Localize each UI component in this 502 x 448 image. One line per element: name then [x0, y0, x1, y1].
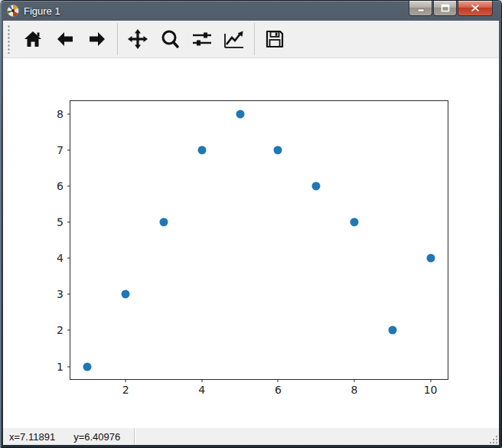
back-button[interactable] [49, 23, 81, 55]
floppy-disk-icon [265, 29, 285, 49]
line-chart-icon [223, 29, 245, 49]
toolbar-grip-handle[interactable] [7, 25, 11, 54]
minimize-icon [416, 5, 425, 12]
x-tick-mark [126, 379, 126, 382]
forward-button[interactable] [81, 23, 113, 55]
cursor-y-value: y=6.40976 [73, 431, 120, 443]
scatter-point [388, 326, 396, 335]
scatter-point [426, 254, 435, 263]
x-tick-label: 2 [122, 384, 129, 395]
y-tick-label: 8 [57, 109, 64, 119]
close-icon [471, 4, 480, 12]
back-arrow-icon [55, 29, 75, 49]
scatter-point [122, 290, 130, 299]
x-tick-mark [201, 379, 202, 382]
zoom-button[interactable] [154, 23, 186, 55]
navigation-toolbar [3, 21, 499, 58]
cursor-coordinates: x=7.11891 y=6.40976 [3, 428, 135, 445]
edit-parameters-button[interactable] [218, 23, 250, 55]
y-tick-label: 6 [57, 181, 64, 191]
configure-subplots-button[interactable] [186, 23, 218, 55]
y-tick-mark [67, 185, 70, 186]
y-tick-label: 3 [57, 289, 64, 299]
home-icon [23, 29, 43, 49]
y-tick-mark [67, 366, 70, 367]
magnifier-icon [160, 29, 180, 49]
maximize-button[interactable] [433, 1, 457, 16]
sliders-icon [191, 29, 213, 49]
x-tick-mark [354, 379, 354, 382]
y-tick-mark [67, 294, 70, 295]
statusbar: x=7.11891 y=6.40976 [3, 427, 499, 445]
y-tick-label: 5 [57, 217, 64, 227]
forward-arrow-icon [87, 29, 107, 49]
maximize-icon [441, 4, 450, 12]
y-tick-mark [67, 149, 70, 150]
axes-area[interactable]: 24681012345678 [70, 100, 448, 380]
x-tick-label: 8 [351, 384, 358, 395]
scatter-point [236, 110, 244, 118]
x-tick-mark [430, 379, 431, 382]
save-button[interactable] [259, 23, 291, 55]
toolbar-separator [254, 23, 255, 55]
home-button[interactable] [17, 23, 49, 55]
matplotlib-logo-icon [7, 5, 19, 17]
client-area: 24681012345678 x=7.11891 y=6.40976 [3, 21, 499, 445]
toolbar-separator [117, 23, 118, 55]
scatter-point [83, 362, 92, 371]
window-controls [409, 1, 493, 16]
pan-button[interactable] [122, 23, 154, 55]
scatter-point [197, 146, 206, 154]
resize-grip[interactable] [487, 433, 497, 443]
x-tick-label: 6 [275, 384, 282, 395]
y-tick-mark [67, 221, 70, 222]
minimize-button[interactable] [409, 1, 432, 16]
window-title: Figure 1 [24, 5, 60, 17]
x-tick-label: 4 [198, 384, 205, 395]
cursor-x-value: x=7.11891 [9, 431, 55, 443]
y-tick-label: 1 [57, 361, 64, 372]
scatter-point [350, 217, 358, 226]
close-button[interactable] [458, 1, 493, 16]
scatter-point [312, 181, 321, 190]
pan-arrows-icon [127, 28, 148, 50]
y-tick-mark [67, 330, 70, 331]
y-tick-label: 2 [57, 325, 64, 335]
x-tick-mark [278, 379, 279, 382]
x-tick-label: 10 [424, 384, 438, 395]
y-tick-label: 4 [57, 253, 64, 263]
y-tick-label: 7 [57, 145, 64, 155]
scatter-point [274, 146, 282, 154]
y-tick-mark [67, 258, 70, 259]
y-tick-mark [67, 113, 70, 114]
figure-window: Figure 1 [0, 0, 502, 448]
scatter-point [160, 217, 168, 226]
figure-canvas[interactable]: 24681012345678 [3, 58, 499, 427]
